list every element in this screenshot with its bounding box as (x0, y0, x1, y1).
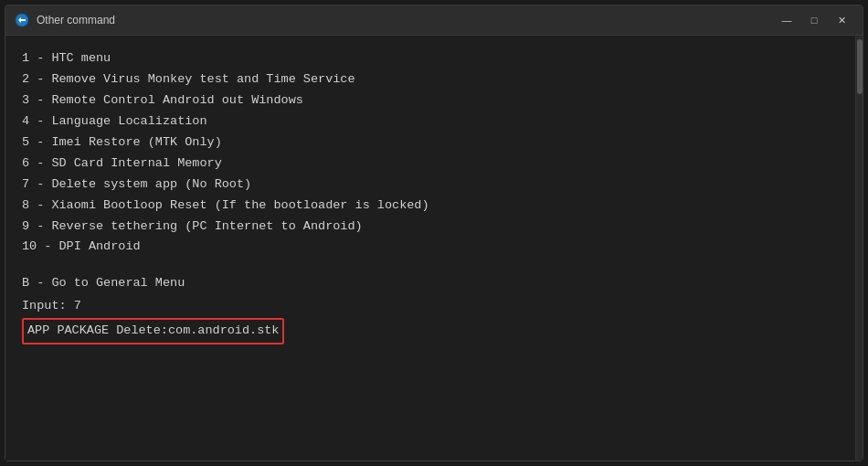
title-bar: Other command — □ ✕ (5, 5, 863, 36)
back-option: B - Go to General Menu (22, 273, 839, 294)
command-output: APP PACKAGE Delete:com.android.stk (22, 318, 284, 344)
blank-line-1 (22, 258, 839, 272)
window-title: Other command (37, 14, 115, 26)
title-bar-controls: — □ ✕ (775, 11, 853, 29)
scrollbar-thumb (857, 39, 863, 94)
menu-item-3: 3 - Remote Control Android out Windows (22, 90, 839, 111)
menu-item-7: 7 - Delete system app (No Root) (22, 175, 839, 196)
menu-item-2: 2 - Remove Virus Monkey test and Time Se… (22, 69, 839, 90)
main-window: Other command — □ ✕ 1 - HTC menu 2 - Rem… (5, 5, 863, 461)
menu-item-10: 10 - DPI Android (22, 237, 839, 258)
close-button[interactable]: ✕ (830, 11, 853, 29)
minimize-button[interactable]: — (775, 11, 799, 29)
menu-item-4: 4 - Language Localization (22, 111, 839, 132)
terminal-output: 1 - HTC menu 2 - Remove Virus Monkey tes… (5, 36, 855, 461)
menu-item-9: 9 - Reverse tethering (PC Internet to An… (22, 217, 839, 238)
title-bar-left: Other command (15, 13, 115, 27)
scrollbar[interactable] (855, 36, 863, 461)
content-area: 1 - HTC menu 2 - Remove Virus Monkey tes… (5, 36, 863, 461)
menu-item-8: 8 - Xiaomi Bootloop Reset (If the bootlo… (22, 196, 839, 217)
menu-item-5: 5 - Imei Restore (MTK Only) (22, 132, 839, 154)
app-icon (15, 13, 29, 27)
input-line: Input: 7 (22, 296, 839, 317)
maximize-button[interactable]: □ (802, 11, 826, 29)
menu-item-1: 1 - HTC menu (22, 48, 839, 69)
menu-item-6: 6 - SD Card Internal Memory (22, 154, 839, 175)
